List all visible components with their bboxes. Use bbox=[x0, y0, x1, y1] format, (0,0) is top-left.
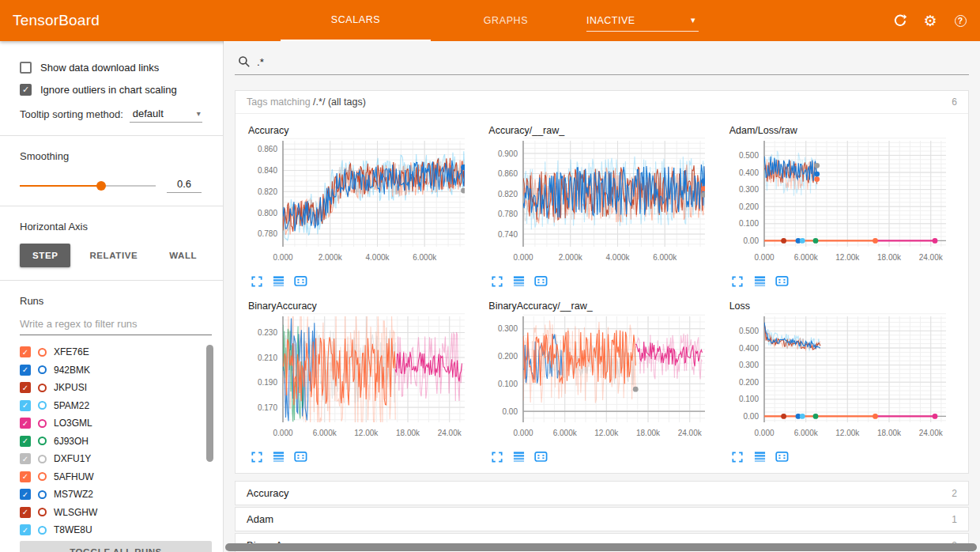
run-row-MS7WZ2[interactable]: ✓MS7WZ2 bbox=[20, 486, 202, 504]
svg-text:0.00: 0.00 bbox=[743, 412, 759, 421]
run-checkbox[interactable]: ✓ bbox=[20, 418, 31, 429]
run-checkbox[interactable]: ✓ bbox=[20, 471, 31, 482]
fullscreen-icon[interactable] bbox=[490, 274, 503, 288]
show-download-links-label: Show data download links bbox=[40, 62, 159, 74]
data-bars-icon[interactable] bbox=[753, 274, 767, 288]
run-checkbox[interactable]: ✓ bbox=[20, 436, 31, 447]
fullscreen-icon[interactable] bbox=[250, 450, 263, 463]
runs-list: ✓XFE76E✓942BMK✓JKPUSI✓5PAM22✓LO3GML✓6J93… bbox=[20, 343, 213, 538]
show-download-links-checkbox[interactable] bbox=[20, 62, 32, 74]
data-bars-icon[interactable] bbox=[272, 450, 285, 463]
run-row-T8WE8U[interactable]: ✓T8WE8U bbox=[20, 521, 202, 538]
runs-filter-input[interactable]: Write a regex to filter runs bbox=[20, 318, 212, 335]
fullscreen-icon[interactable] bbox=[731, 274, 744, 288]
chart-plot[interactable]: 0.7400.7800.8200.8600.9000.0002.000k4.00… bbox=[484, 136, 721, 274]
tag-section-adam[interactable]: Adam1 bbox=[235, 507, 969, 531]
run-checkbox[interactable]: ✓ bbox=[20, 489, 31, 500]
chart-plot[interactable]: 0.1700.1900.2100.2300.0006.000k12.00k18.… bbox=[243, 312, 481, 449]
chart-title: Accuracy bbox=[248, 125, 481, 136]
fit-domain-icon[interactable] bbox=[534, 450, 548, 463]
toggle-all-runs-button[interactable]: TOGGLE ALL RUNS bbox=[20, 541, 212, 552]
smoothing-slider-thumb[interactable] bbox=[96, 181, 106, 191]
run-checkbox[interactable]: ✓ bbox=[20, 507, 31, 518]
run-color-circle[interactable] bbox=[38, 455, 47, 463]
run-color-circle[interactable] bbox=[38, 348, 47, 357]
svg-text:0.300: 0.300 bbox=[739, 185, 759, 194]
fullscreen-icon[interactable] bbox=[731, 450, 744, 463]
run-row-942BMK[interactable]: ✓942BMK bbox=[20, 361, 202, 380]
svg-text:0.000: 0.000 bbox=[273, 429, 292, 437]
fullscreen-icon[interactable] bbox=[250, 274, 263, 288]
run-row-5AFHUW[interactable]: ✓5AFHUW bbox=[20, 468, 202, 486]
svg-text:6.000k: 6.000k bbox=[413, 253, 437, 262]
tab-graphs[interactable]: GRAPHS bbox=[431, 0, 581, 41]
run-row-JKPUSI[interactable]: ✓JKPUSI bbox=[20, 379, 202, 397]
run-color-circle[interactable] bbox=[38, 419, 47, 428]
fit-domain-icon[interactable] bbox=[294, 450, 307, 463]
run-color-circle[interactable] bbox=[38, 365, 47, 374]
run-color-circle[interactable] bbox=[38, 490, 47, 499]
fit-domain-icon[interactable] bbox=[775, 450, 789, 463]
chart-plot[interactable]: 0.7800.8000.8200.8400.8600.0002.000k4.00… bbox=[243, 136, 481, 274]
smoothing-slider[interactable] bbox=[20, 185, 156, 187]
svg-text:18.00k: 18.00k bbox=[877, 253, 902, 262]
run-checkbox[interactable]: ✓ bbox=[20, 453, 31, 464]
fit-domain-icon[interactable] bbox=[775, 274, 789, 288]
tab-scalars[interactable]: SCALARS bbox=[281, 0, 431, 41]
run-row-XFE76E[interactable]: ✓XFE76E bbox=[20, 343, 202, 361]
run-checkbox[interactable]: ✓ bbox=[20, 382, 31, 393]
chart-plot[interactable]: 0.000.1000.2000.3000.4000.5000.0006.000k… bbox=[725, 312, 962, 449]
svg-text:0.000: 0.000 bbox=[514, 429, 533, 437]
fit-domain-icon[interactable] bbox=[534, 274, 548, 288]
run-color-circle[interactable] bbox=[38, 384, 47, 392]
run-row-WLSGHW[interactable]: ✓WLSGHW bbox=[20, 504, 202, 522]
axis-button-wall[interactable]: WALL bbox=[156, 244, 209, 267]
horizontal-scrollbar[interactable] bbox=[225, 543, 977, 551]
ignore-outliers-checkbox[interactable]: ✓ bbox=[20, 84, 32, 96]
run-row-5PAM22[interactable]: ✓5PAM22 bbox=[20, 397, 202, 415]
tags-section-header[interactable]: Tags matching /.*/ (all tags) 6 bbox=[236, 91, 968, 114]
run-color-circle[interactable] bbox=[38, 401, 47, 410]
sidebar: Show data download links ✓ Ignore outlie… bbox=[0, 41, 224, 552]
data-bars-icon[interactable] bbox=[272, 274, 285, 288]
data-bars-icon[interactable] bbox=[512, 450, 526, 463]
settings-gear-icon[interactable]: ⚙ bbox=[922, 12, 939, 29]
tag-search-bar[interactable]: .* bbox=[235, 52, 969, 75]
axis-button-step[interactable]: STEP bbox=[20, 244, 70, 267]
tooltip-sorting-select[interactable]: default ▾ bbox=[130, 106, 202, 123]
run-color-circle[interactable] bbox=[38, 472, 47, 481]
chart-plot[interactable]: 0.000.1000.2000.3000.0006.000k12.00k18.0… bbox=[484, 312, 721, 449]
svg-text:0.170: 0.170 bbox=[258, 403, 277, 412]
help-icon[interactable]: ? bbox=[952, 12, 969, 29]
run-color-circle[interactable] bbox=[38, 526, 47, 535]
tag-section-label: Adam bbox=[247, 513, 273, 525]
tags-matching-prefix: Tags matching bbox=[247, 96, 311, 108]
tag-section-accuracy[interactable]: Accuracy2 bbox=[235, 481, 969, 505]
run-color-circle[interactable] bbox=[38, 437, 47, 445]
ignore-outliers-checkbox-row[interactable]: ✓ Ignore outliers in chart scaling bbox=[20, 84, 210, 96]
run-checkbox[interactable]: ✓ bbox=[20, 365, 31, 376]
fullscreen-icon[interactable] bbox=[490, 450, 503, 463]
refresh-icon[interactable] bbox=[891, 12, 909, 29]
axis-button-relative[interactable]: RELATIVE bbox=[77, 244, 150, 267]
status-dropdown[interactable]: INACTIVE ▾ bbox=[586, 9, 699, 32]
data-bars-icon[interactable] bbox=[753, 450, 767, 463]
tag-search-value[interactable]: .* bbox=[257, 56, 264, 68]
run-row-LO3GML[interactable]: ✓LO3GML bbox=[20, 414, 202, 433]
show-download-links-checkbox-row[interactable]: Show data download links bbox=[20, 62, 210, 74]
run-checkbox[interactable]: ✓ bbox=[20, 524, 31, 535]
data-bars-icon[interactable] bbox=[512, 274, 526, 288]
run-checkbox[interactable]: ✓ bbox=[20, 346, 31, 357]
smoothing-value[interactable]: 0.6 bbox=[167, 178, 202, 193]
run-checkbox[interactable]: ✓ bbox=[20, 400, 31, 411]
run-name: 5AFHUW bbox=[54, 471, 94, 482]
run-row-DXFU1Y[interactable]: ✓DXFU1Y bbox=[20, 450, 202, 468]
chart-plot[interactable]: 0.000.1000.2000.3000.4000.5000.0006.000k… bbox=[725, 136, 962, 274]
runs-label: Runs bbox=[20, 295, 213, 307]
tags-matching-regex: /.*/ bbox=[313, 96, 325, 108]
chevron-down-icon: ▾ bbox=[691, 15, 695, 25]
fit-domain-icon[interactable] bbox=[294, 274, 307, 288]
runs-list-scrollbar[interactable] bbox=[206, 345, 213, 462]
run-row-6J93OH[interactable]: ✓6J93OH bbox=[20, 433, 202, 451]
run-color-circle[interactable] bbox=[38, 508, 47, 516]
